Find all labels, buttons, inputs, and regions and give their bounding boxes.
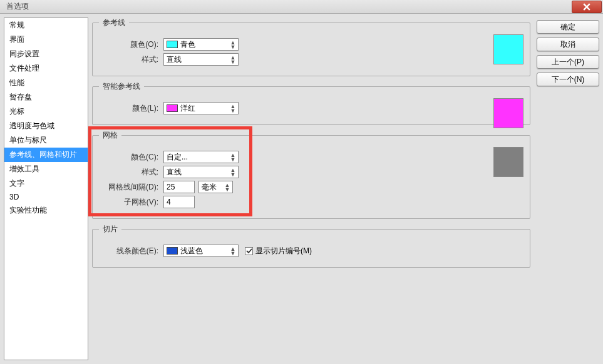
stepper-icon: ▲▼ (229, 152, 237, 163)
stepper-icon: ▲▼ (229, 54, 237, 66)
select-guides-style-value: 直线 (167, 54, 235, 65)
sidebar-item[interactable]: 3D (4, 191, 88, 203)
stepper-icon: ▲▼ (224, 182, 231, 193)
select-slices-color-value: 浅蓝色 (180, 246, 235, 256)
prev-button[interactable]: 上一个(P) (537, 55, 599, 69)
ok-button[interactable]: 确定 (537, 20, 599, 34)
window-title: 首选项 (6, 1, 29, 12)
select-grid-color[interactable]: 自定... ▲▼ (163, 151, 239, 163)
checkbox-box (245, 247, 253, 255)
label-grid-style: 样式: (99, 167, 158, 178)
checkbox-show-slice-numbers-label: 显示切片编号(M) (255, 246, 312, 256)
stepper-icon: ▲▼ (229, 246, 237, 257)
sidebar-item[interactable]: 增效工具 (4, 162, 88, 176)
label-guides-color: 颜色(O): (99, 39, 158, 50)
sidebar-item[interactable]: 同步设置 (4, 47, 88, 61)
legend-smart-guides: 智能参考线 (99, 81, 144, 92)
sidebar-item[interactable]: 常规 (4, 18, 88, 33)
select-grid-color-value: 自定... (167, 152, 235, 163)
check-icon (246, 248, 252, 254)
sidebar-item[interactable]: 参考线、网格和切片 (4, 148, 88, 162)
select-guides-style[interactable]: 直线 ▲▼ (163, 53, 239, 66)
checkbox-show-slice-numbers[interactable]: 显示切片编号(M) (245, 246, 312, 256)
select-guides-color[interactable]: 青色 ▲▼ (163, 38, 239, 51)
preview-swatch-smartguides[interactable] (493, 98, 523, 128)
content-area: 参考线 颜色(O): 青色 ▲▼ 样式: 直线 ▲▼ (92, 18, 599, 360)
label-grid-spacing: 网格线间隔(D): (99, 182, 158, 193)
stepper-icon: ▲▼ (229, 167, 237, 178)
cancel-button[interactable]: 取消 (537, 38, 599, 51)
category-sidebar[interactable]: 常规界面同步设置文件处理性能暂存盘光标透明度与色域单位与标尺参考线、网格和切片增… (4, 18, 88, 360)
label-grid-color: 颜色(C): (99, 152, 158, 163)
sidebar-item[interactable]: 单位与标尺 (4, 133, 88, 148)
sidebar-item[interactable]: 性能 (4, 76, 88, 90)
label-slices-color: 线条颜色(E): (99, 246, 158, 256)
legend-guides: 参考线 (99, 18, 129, 28)
label-grid-subdiv: 子网格(V): (99, 197, 158, 208)
swatch-slices-color (167, 247, 178, 255)
label-guides-style: 样式: (99, 54, 158, 65)
preview-swatch-grid[interactable] (493, 147, 523, 177)
dialog-body: 常规界面同步设置文件处理性能暂存盘光标透明度与色域单位与标尺参考线、网格和切片增… (0, 14, 603, 364)
titlebar: 首选项 (0, 0, 603, 14)
fieldset-grid: 网格 颜色(C): 自定... ▲▼ 样式: 直线 ▲▼ 网格线间 (92, 130, 530, 219)
select-grid-style-value: 直线 (167, 167, 235, 178)
next-button[interactable]: 下一个(N) (537, 73, 599, 86)
sidebar-item[interactable]: 透明度与色域 (4, 119, 88, 133)
select-grid-style[interactable]: 直线 ▲▼ (163, 166, 239, 178)
settings-panels: 参考线 颜色(O): 青色 ▲▼ 样式: 直线 ▲▼ (92, 18, 530, 360)
sidebar-item[interactable]: 文件处理 (4, 61, 88, 76)
stepper-icon: ▲▼ (229, 103, 237, 114)
legend-slices: 切片 (99, 224, 121, 235)
sidebar-item[interactable]: 光标 (4, 104, 88, 119)
input-grid-spacing[interactable] (163, 181, 195, 193)
select-smartguides-color[interactable]: 洋红 ▲▼ (163, 102, 239, 114)
swatch-smartguides-color (167, 104, 178, 112)
swatch-guides-color (167, 41, 178, 48)
label-smartguides-color: 颜色(L): (99, 103, 158, 114)
preview-swatch-guides[interactable] (493, 34, 523, 64)
select-smartguides-color-value: 洋红 (180, 103, 235, 114)
input-grid-subdiv[interactable] (163, 196, 195, 208)
select-slices-color[interactable]: 浅蓝色 ▲▼ (163, 245, 239, 257)
sidebar-item[interactable]: 文字 (4, 176, 88, 191)
fieldset-slices: 切片 线条颜色(E): 浅蓝色 ▲▼ 显示切片编号(M) (92, 224, 530, 268)
stepper-icon: ▲▼ (229, 39, 237, 51)
sidebar-item[interactable]: 实验性功能 (4, 203, 88, 218)
fieldset-smart-guides: 智能参考线 颜色(L): 洋红 ▲▼ (92, 81, 530, 125)
select-grid-unit[interactable]: 毫米 ▲▼ (198, 181, 233, 193)
close-icon (583, 3, 590, 11)
select-guides-color-value: 青色 (180, 39, 235, 50)
sidebar-item[interactable]: 暂存盘 (4, 90, 88, 104)
action-buttons-column: 确定 取消 上一个(P) 下一个(N) (537, 18, 599, 360)
legend-grid: 网格 (99, 130, 121, 141)
sidebar-item[interactable]: 界面 (4, 33, 88, 47)
close-button[interactable] (572, 1, 602, 13)
fieldset-guides: 参考线 颜色(O): 青色 ▲▼ 样式: 直线 ▲▼ (92, 18, 530, 76)
